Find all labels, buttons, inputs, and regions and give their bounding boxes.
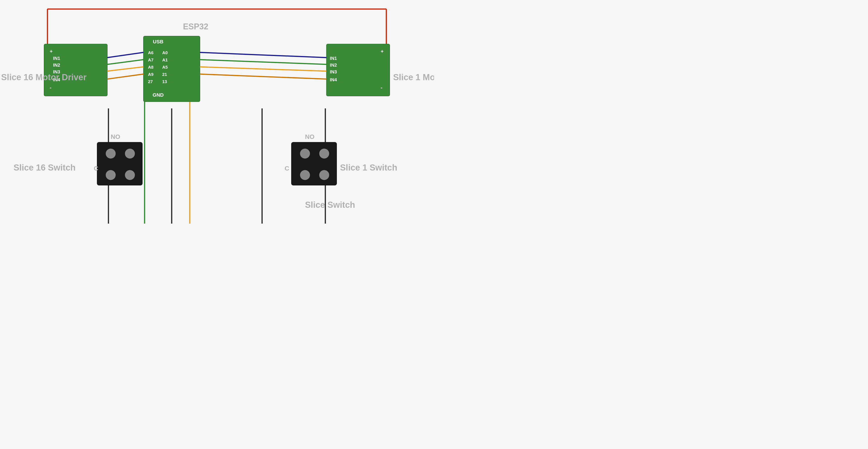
svg-point-54 xyxy=(319,149,329,159)
svg-text:IN2: IN2 xyxy=(53,63,60,67)
svg-text:+: + xyxy=(381,49,383,54)
svg-point-48 xyxy=(106,149,116,159)
svg-rect-52 xyxy=(291,142,337,185)
svg-text:IN2: IN2 xyxy=(330,63,337,67)
svg-rect-47 xyxy=(97,142,142,185)
svg-text:-: - xyxy=(381,85,382,90)
right-switch-no-label: NO xyxy=(305,133,314,140)
left-switch-no-label: NO xyxy=(111,133,120,140)
svg-text:-: - xyxy=(50,85,51,90)
svg-point-55 xyxy=(300,170,310,180)
svg-text:13: 13 xyxy=(162,79,167,84)
left-motor-driver-label: Slice 16 Motor Driver xyxy=(1,72,87,82)
svg-point-53 xyxy=(300,149,310,159)
svg-text:A7: A7 xyxy=(148,58,153,62)
circuit-diagram: + IN1 IN2 IN3 IN4 - + IN1 IN2 IN3 IN4 - … xyxy=(0,0,434,224)
svg-text:27: 27 xyxy=(148,79,153,84)
diagram-container: + IN1 IN2 IN3 IN4 - + IN1 IN2 IN3 IN4 - … xyxy=(0,0,434,224)
svg-text:USB: USB xyxy=(153,39,163,44)
right-switch-label: Slice 1 Switch xyxy=(340,163,397,172)
svg-point-49 xyxy=(125,149,135,159)
right-switch-c-label: C xyxy=(285,165,289,172)
svg-text:GND: GND xyxy=(153,92,164,98)
slice-switch-label: Slice Switch xyxy=(305,200,355,210)
svg-point-50 xyxy=(106,170,116,180)
svg-point-51 xyxy=(125,170,135,180)
svg-text:A6: A6 xyxy=(148,51,153,55)
svg-text:IN4: IN4 xyxy=(330,77,337,82)
svg-rect-0 xyxy=(0,0,434,224)
svg-text:A5: A5 xyxy=(162,65,168,70)
left-driver-plus: + xyxy=(50,49,53,54)
svg-text:IN1: IN1 xyxy=(330,56,337,61)
svg-text:A9: A9 xyxy=(148,72,153,77)
right-motor-driver-label: Slice 1 Motor Driver xyxy=(393,72,434,82)
svg-text:A0: A0 xyxy=(162,51,167,55)
svg-text:IN1: IN1 xyxy=(53,56,60,61)
left-switch-c-label: C xyxy=(94,165,98,172)
svg-text:IN3: IN3 xyxy=(330,69,337,74)
svg-point-56 xyxy=(319,170,329,180)
left-switch-label: Slice 16 Switch xyxy=(13,163,76,172)
esp32-label: ESP32 xyxy=(183,22,208,31)
svg-text:A1: A1 xyxy=(162,58,168,62)
svg-text:21: 21 xyxy=(162,72,167,77)
svg-text:A8: A8 xyxy=(148,65,153,70)
